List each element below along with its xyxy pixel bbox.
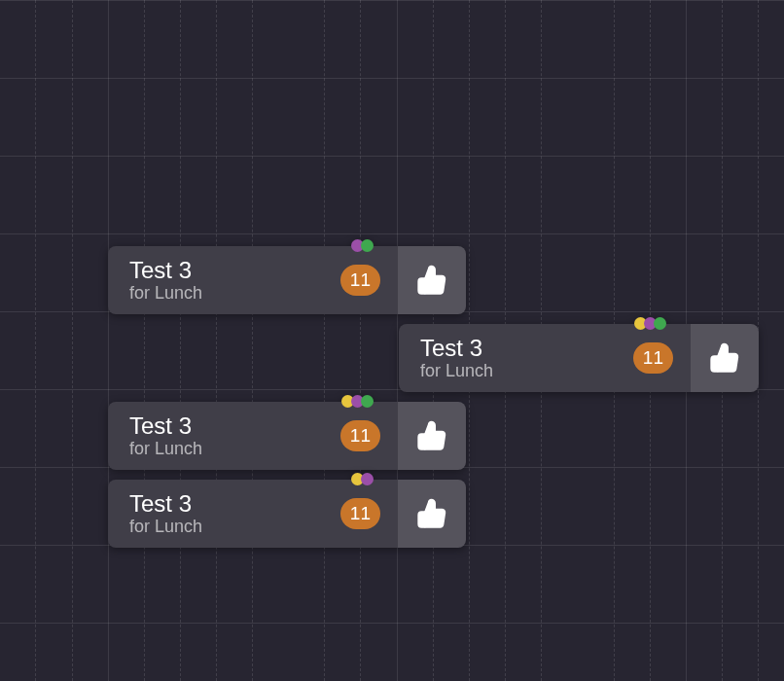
count-badge: 11: [340, 420, 380, 451]
grid-col-line-minor: [144, 0, 145, 681]
thumbs-up-icon: [416, 265, 447, 296]
schedule-card-texts: Test 3for Lunch: [129, 412, 329, 459]
grid-row-line: [0, 0, 784, 1]
grid-col-line-minor: [252, 0, 253, 681]
grid-row-line: [0, 156, 784, 157]
grid-col-line-minor: [216, 0, 217, 681]
green-dot: [654, 317, 666, 330]
dot-group: [634, 317, 666, 330]
green-dot: [361, 239, 374, 252]
schedule-card-body[interactable]: Test 3for Lunch11: [399, 324, 691, 392]
thumbs-up-icon: [416, 420, 447, 451]
purple-dot: [361, 473, 374, 485]
schedule-card-body[interactable]: Test 3for Lunch11: [108, 402, 398, 470]
grid-col-line-minor: [360, 0, 361, 681]
schedule-card-title: Test 3: [420, 335, 622, 362]
count-badge: 11: [340, 498, 380, 529]
like-button[interactable]: [398, 246, 466, 314]
schedule-card[interactable]: Test 3for Lunch11: [108, 402, 466, 470]
dot-group: [341, 395, 374, 408]
like-button[interactable]: [398, 402, 466, 470]
like-button[interactable]: [398, 480, 466, 548]
grid-col-line-minor: [180, 0, 181, 681]
green-dot: [361, 395, 374, 408]
schedule-card-subtitle: for Lunch: [129, 283, 329, 304]
dot-group: [351, 239, 374, 252]
like-button[interactable]: [691, 324, 759, 392]
count-badge: 11: [633, 342, 673, 374]
schedule-card-texts: Test 3for Lunch: [129, 490, 329, 537]
schedule-card-subtitle: for Lunch: [129, 517, 329, 537]
schedule-card-subtitle: for Lunch: [420, 361, 622, 381]
thumbs-up-icon: [709, 342, 740, 374]
schedule-card[interactable]: Test 3for Lunch11: [399, 324, 759, 392]
grid-col-line-minor: [35, 0, 36, 681]
schedule-card[interactable]: Test 3for Lunch11: [108, 480, 466, 548]
grid-col-line-major: [108, 0, 109, 681]
grid-col-line-minor: [72, 0, 73, 681]
grid-row-line: [0, 78, 784, 79]
schedule-card-texts: Test 3for Lunch: [129, 257, 329, 304]
count-badge: 11: [340, 265, 380, 296]
schedule-card-subtitle: for Lunch: [129, 439, 329, 459]
schedule-card-body[interactable]: Test 3for Lunch11: [108, 480, 398, 548]
dot-group: [351, 473, 374, 485]
grid-row-line: [0, 623, 784, 624]
schedule-card-title: Test 3: [129, 412, 329, 440]
schedule-card-title: Test 3: [129, 257, 329, 284]
grid-col-line-minor: [324, 0, 325, 681]
thumbs-up-icon: [416, 498, 447, 529]
schedule-card-body[interactable]: Test 3for Lunch11: [108, 246, 398, 314]
grid-row-line: [0, 233, 784, 234]
schedule-card[interactable]: Test 3for Lunch11: [108, 246, 466, 314]
schedule-card-title: Test 3: [129, 490, 329, 518]
schedule-card-texts: Test 3for Lunch: [420, 335, 622, 381]
grid-col-line-major: [397, 0, 398, 681]
